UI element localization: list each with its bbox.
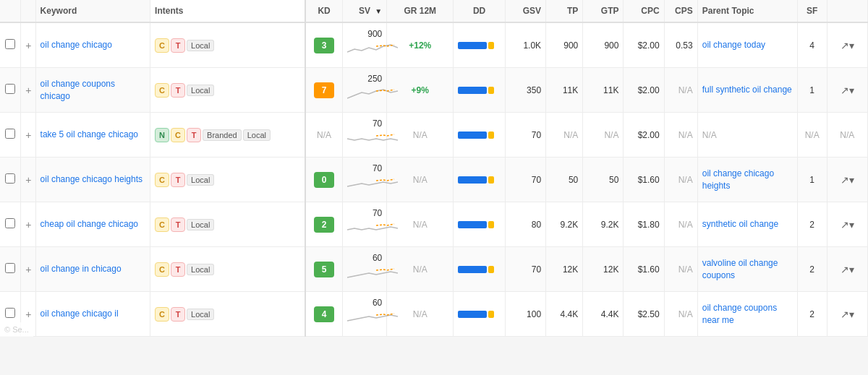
intent-badge-t: T [171, 307, 185, 322]
tp-cell: 900 [546, 22, 583, 68]
dd-cell [454, 113, 506, 158]
kd-cell: N/A [305, 113, 342, 158]
sf-cell: 1 [797, 158, 827, 202]
sf-cell: 1 [797, 68, 827, 113]
parent-topic-link[interactable]: oil change coupons near me [702, 303, 777, 325]
row-checkbox[interactable] [5, 84, 15, 94]
header-sf: SF [797, 0, 827, 22]
trend-cell: ↗▾ [827, 247, 867, 292]
dd-bar-yellow [488, 221, 494, 228]
keyword-link[interactable]: oil change chicago il [41, 309, 119, 319]
keyword-cell: oil change coupons chicago [35, 68, 150, 113]
add-row-button[interactable]: + [25, 264, 31, 275]
table-row: + cheap oil change chicago CTLocal 2 70 … [0, 202, 868, 247]
gtp-cell: 900 [583, 22, 624, 68]
local-label: Local [187, 40, 214, 51]
row-plus-cell: + [21, 68, 35, 113]
add-row-button[interactable]: + [25, 219, 31, 230]
row-checkbox[interactable] [5, 173, 15, 184]
parent-topic-link[interactable]: synthetic oil change [702, 219, 778, 229]
gtp-value: 4.4K [601, 309, 619, 319]
trend-icon[interactable]: ↗▾ [841, 174, 854, 186]
parent-topic-cell: N/A [697, 113, 797, 158]
trend-icon[interactable]: ↗▾ [841, 40, 854, 51]
kd-badge: N/A [314, 127, 334, 143]
dd-bar-blue [458, 176, 487, 184]
sparkline-chart [347, 263, 398, 283]
gsv-cell: 1.0K [505, 22, 545, 68]
gtp-cell: 11K [583, 68, 624, 113]
intents-cell: NCTBrandedLocal [150, 113, 306, 158]
trend-icon[interactable]: ↗▾ [841, 219, 854, 230]
add-row-button[interactable]: + [25, 129, 31, 141]
trend-icon[interactable]: ↗▾ [841, 264, 854, 275]
keyword-table: Keyword Intents KD SV ▼ GR 12M DD [0, 0, 868, 337]
parent-topic-cell: valvoline oil change coupons [697, 247, 797, 292]
dd-cell [454, 68, 506, 113]
cpc-value: $2.00 [638, 85, 660, 95]
gtp-value: N/A [604, 130, 618, 140]
cps-cell: 0.53 [664, 22, 697, 68]
tp-value: 50 [569, 175, 578, 185]
add-row-button[interactable]: + [25, 309, 31, 320]
row-checkbox[interactable] [5, 308, 15, 318]
gsv-cell: 350 [505, 68, 545, 113]
parent-topic-link[interactable]: valvoline oil change coupons [702, 258, 778, 280]
dd-cell [454, 158, 506, 202]
sparkline-chart [347, 218, 398, 238]
keyword-link[interactable]: oil change chicago heights [41, 174, 142, 184]
kd-badge: 7 [314, 82, 334, 98]
sv-value: 70 [373, 118, 382, 129]
intents-cell: CTLocal [150, 158, 306, 202]
row-checkbox[interactable] [5, 39, 15, 49]
trend-cell: ↗▾ [827, 292, 867, 337]
header-dd: DD [454, 0, 506, 22]
keyword-cell: take 5 oil change chicago [35, 113, 150, 158]
dd-bars [458, 176, 501, 184]
tp-cell: N/A [546, 113, 583, 158]
sv-label: SV [359, 6, 370, 16]
row-plus-cell: + [21, 22, 35, 68]
sv-cell: 70 [342, 113, 386, 158]
add-row-button[interactable]: + [25, 40, 31, 51]
intent-badge-t: T [171, 173, 185, 187]
row-checkbox[interactable] [5, 129, 15, 139]
header-sv[interactable]: SV ▼ [342, 0, 386, 22]
trend-icon[interactable]: ↗▾ [841, 309, 854, 320]
keyword-cell: oil change chicago il [35, 292, 150, 337]
trend-icon[interactable]: ↗▾ [841, 85, 854, 96]
header-kd[interactable]: KD [305, 0, 342, 22]
row-checkbox[interactable] [5, 218, 15, 228]
cps-cell: N/A [664, 202, 697, 247]
keyword-link[interactable]: oil change in chicago [41, 264, 122, 274]
parent-topic-link[interactable]: oil change today [702, 40, 765, 50]
intents-cell: CTLocal [150, 292, 306, 337]
gr-value: +12% [409, 40, 431, 51]
sf-cell: 4 [797, 22, 827, 68]
dd-bar-yellow [488, 311, 494, 318]
table-row: + oil change chicago heights CTLocal 0 7… [0, 158, 868, 202]
gsv-cell: 70 [505, 158, 545, 202]
dd-bar-blue [458, 132, 487, 139]
gtp-label: GTP [601, 6, 619, 16]
gr-value: +9% [412, 85, 429, 95]
intents-cell: CTLocal [150, 22, 306, 68]
keyword-link[interactable]: oil change coupons chicago [41, 79, 115, 101]
tp-cell: 4.4K [546, 292, 583, 337]
keyword-link[interactable]: take 5 oil change chicago [41, 129, 138, 139]
gtp-value: 50 [609, 175, 618, 185]
add-row-button[interactable]: + [25, 85, 31, 96]
sv-value: 250 [367, 74, 382, 84]
sv-value: 60 [373, 298, 382, 308]
parent-topic-link[interactable]: full synthetic oil change [702, 85, 792, 95]
cpc-label: CPC [641, 6, 659, 16]
keyword-cell: cheap oil change chicago [35, 202, 150, 247]
parent-topic-link[interactable]: oil change chicago heights [702, 168, 774, 191]
keyword-link[interactable]: oil change chicago [41, 40, 112, 50]
dd-bar-blue [458, 266, 487, 273]
row-checkbox-cell [0, 247, 21, 292]
add-row-button[interactable]: + [25, 174, 31, 186]
keyword-cell: oil change chicago [35, 22, 150, 68]
row-checkbox[interactable] [5, 263, 15, 273]
keyword-link[interactable]: cheap oil change chicago [41, 219, 138, 229]
